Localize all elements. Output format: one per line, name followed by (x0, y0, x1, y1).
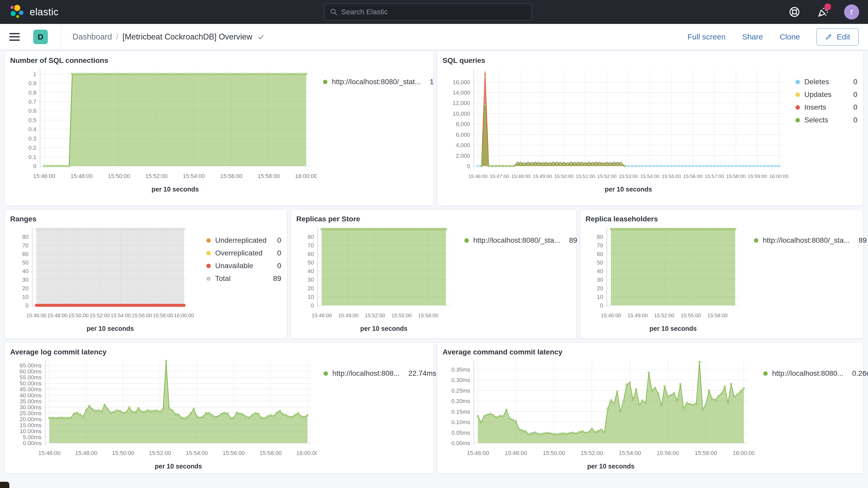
svg-text:10: 10 (597, 294, 603, 300)
check-icon[interactable] (257, 33, 265, 41)
svg-text:0.00ms: 0.00ms (452, 440, 470, 447)
app-header: elastic (0, 0, 868, 24)
legend-item[interactable]: Selects0 (796, 116, 857, 124)
svg-text:15:58:00: 15:58:00 (726, 174, 746, 179)
chart-replicas-per-store[interactable]: 0102030405060708015:46:0015:49:0015:52:0… (296, 224, 455, 334)
svg-text:70: 70 (597, 242, 603, 249)
svg-text:5.00ms: 5.00ms (23, 434, 41, 440)
legend-item[interactable]: http://localhost:8080/_sta...89 (464, 236, 570, 245)
user-avatar[interactable]: r (844, 4, 859, 20)
legend-value: 89 (560, 236, 577, 245)
legend-item[interactable]: http://localhost:8080/_sta...89 (754, 236, 857, 245)
legend-item[interactable]: Unavailable0 (206, 262, 281, 270)
legend-value: 89 (264, 274, 281, 283)
chart-canvas[interactable]: 0.00ms0.05ms0.10ms0.15ms0.20ms0.25ms0.30… (442, 357, 754, 470)
legend-dot-icon (323, 371, 328, 376)
chart-canvas[interactable]: 0102030405060708015:46:0015:49:0015:52:0… (296, 224, 455, 333)
pencil-icon (825, 33, 832, 40)
legend-item[interactable]: Overreplicated0 (206, 249, 281, 257)
menu-icon[interactable] (9, 33, 20, 41)
chart-command-commit-latency[interactable]: 0.00ms0.05ms0.10ms0.15ms0.20ms0.25ms0.30… (442, 357, 754, 471)
svg-text:15:54:00: 15:54:00 (640, 174, 659, 179)
legend-dot-icon (206, 238, 211, 243)
svg-text:15:56:00: 15:56:00 (683, 174, 703, 179)
legend-label: http://localhost:8080/_sta... (763, 236, 850, 245)
page-title[interactable]: [Metricbeat CockroachDB] Overview (122, 32, 252, 41)
share-button[interactable]: Share (742, 32, 763, 41)
newsfeed-button[interactable] (815, 4, 831, 20)
legend-item[interactable]: Inserts0 (796, 103, 857, 112)
partial-corner-element (0, 482, 9, 488)
svg-text:0.7: 0.7 (28, 98, 36, 105)
svg-text:0.3: 0.3 (28, 135, 36, 142)
chart-canvas[interactable]: 02,0004,0006,0008,00010,00012,00014,0001… (442, 66, 788, 197)
chart-canvas[interactable]: 0102030405060708015:46:0015:48:0015:50:0… (10, 224, 195, 333)
svg-text:50.00ms: 50.00ms (20, 380, 41, 387)
chart-sql-connections[interactable]: 00.10.20.30.40.50.60.70.80.9115:46:0015:… (10, 66, 317, 198)
svg-text:15:56:00: 15:56:00 (657, 450, 679, 456)
panel-title: SQL queries (442, 56, 859, 65)
svg-text:15:51:00: 15:51:00 (576, 174, 595, 179)
chart-sql-queries[interactable]: 02,0004,0006,0008,00010,00012,00014,0001… (442, 66, 788, 198)
elastic-logo[interactable]: elastic (9, 4, 59, 20)
svg-text:40.00ms: 40.00ms (20, 392, 41, 399)
legend-value: 0 (844, 116, 857, 124)
panel-title: Replicas per Store (296, 215, 572, 223)
legend-item[interactable]: http://localhost:8080...0.26ms (763, 369, 857, 377)
chart-legend: http://localhost:8080/_stat...1 (317, 66, 429, 86)
chart-replica-leaseholders[interactable]: 0102030405060708015:46:0015:49:0015:52:0… (586, 224, 744, 334)
legend-value: 0 (844, 103, 857, 112)
legend-item[interactable]: http://localhost:808...22.74ms (323, 369, 428, 377)
svg-text:15:46:00: 15:46:00 (38, 450, 61, 456)
svg-text:16:00:00: 16:00:00 (733, 450, 754, 456)
svg-text:15:50:00: 15:50:00 (554, 174, 574, 179)
chart-canvas[interactable]: 0102030405060708015:46:0015:49:0015:52:0… (586, 224, 744, 333)
svg-text:30: 30 (308, 276, 314, 283)
full-screen-button[interactable]: Full screen (687, 32, 725, 41)
global-search[interactable] (324, 4, 532, 20)
edit-button[interactable]: Edit (816, 28, 859, 45)
legend-dot-icon (206, 264, 211, 268)
edit-button-label: Edit (837, 32, 850, 41)
svg-text:15:52:00: 15:52:00 (654, 313, 674, 318)
panel-sql-connections: Number of SQL connections 00.10.20.30.40… (5, 51, 433, 206)
legend-item[interactable]: Total89 (206, 274, 281, 283)
svg-text:70: 70 (308, 242, 314, 249)
svg-text:15:48:00: 15:48:00 (70, 173, 93, 179)
search-input[interactable] (341, 8, 526, 16)
help-button[interactable] (787, 4, 802, 20)
svg-text:30.00ms: 30.00ms (20, 404, 41, 410)
legend-item[interactable]: Underreplicated0 (206, 236, 281, 245)
svg-text:0.8: 0.8 (28, 89, 36, 96)
chart-legend: http://localhost:808...22.74ms (317, 357, 429, 377)
svg-text:50: 50 (597, 259, 603, 266)
chart-ranges[interactable]: 0102030405060708015:46:0015:48:0015:50:0… (10, 224, 195, 334)
panel-title: Replica leaseholders (586, 215, 859, 223)
svg-text:80: 80 (597, 234, 603, 240)
clone-button[interactable]: Clone (780, 32, 800, 41)
svg-text:6,000: 6,000 (456, 131, 470, 138)
svg-text:80: 80 (308, 234, 314, 240)
space-badge[interactable]: D (33, 30, 48, 44)
legend-item[interactable]: Deletes0 (796, 78, 857, 86)
legend-label: http://localhost:808... (332, 369, 399, 377)
legend-dot-icon (796, 92, 800, 97)
svg-text:80: 80 (22, 234, 29, 240)
svg-text:15:54:00: 15:54:00 (186, 450, 208, 456)
svg-text:15:52:00: 15:52:00 (145, 173, 167, 179)
chart-log-commit-latency[interactable]: 0.00ms5.00ms10.00ms15.00ms20.00ms25.00ms… (10, 357, 317, 471)
legend-item[interactable]: Updates0 (796, 90, 857, 99)
svg-text:60.00ms: 60.00ms (20, 368, 41, 375)
panel-title: Ranges (10, 215, 283, 223)
legend-dot-icon (206, 276, 211, 281)
chart-legend: Deletes0Updates0Inserts0Selects0 (789, 66, 859, 124)
help-lifering-icon (788, 6, 800, 18)
breadcrumb-dashboard[interactable]: Dashboard (72, 32, 112, 41)
chart-canvas[interactable]: 00.10.20.30.40.50.60.70.80.9115:46:0015:… (10, 66, 317, 197)
legend-label: Deletes (804, 78, 829, 86)
panel-command-commit-latency: Average command commit latency 0.00ms0.0… (437, 342, 863, 474)
legend-item[interactable]: http://localhost:8080/_stat...1 (323, 78, 428, 86)
chart-canvas[interactable]: 0.00ms5.00ms10.00ms15.00ms20.00ms25.00ms… (10, 357, 317, 470)
legend-label: http://localhost:8080... (772, 369, 843, 377)
legend-label: Selects (804, 116, 828, 124)
